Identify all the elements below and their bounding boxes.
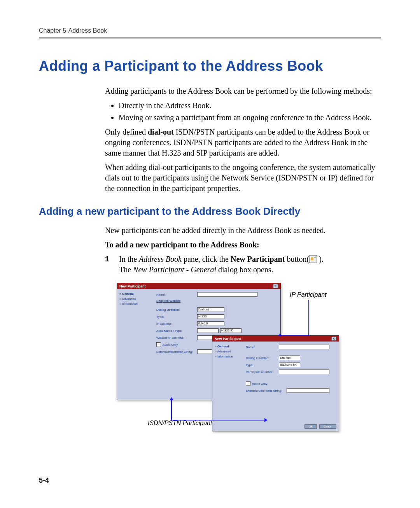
header-rule [39,37,381,39]
nav-advanced[interactable]: Advanced [119,297,152,301]
participant-number-label: Participant Number: [246,370,279,374]
bullet-2: Moving or saving a participant from an o… [119,112,381,123]
bullet-1: Directly in the Address Book. [119,100,381,111]
audio-only-checkbox[interactable] [156,342,161,347]
dialog-title: New Participant [215,337,241,341]
close-icon[interactable]: X [273,284,278,288]
page-number: 5-4 [39,476,49,485]
dialing-direction-select[interactable]: Dial out [279,356,300,360]
step-1-text: In the Address Book pane, click the New … [119,254,381,265]
section-title: Adding a Participant to the Address Book [39,58,381,74]
step-1-result: The New Participant - General dialog box… [119,265,381,275]
dialing-direction-label: Dialing Direction: [156,308,197,312]
dialog-isdn-participant: New Participant X General Advanced Infor… [212,335,339,431]
chapter-header: Chapter 5-Address Book [39,27,381,34]
subsection-title: Adding a new participant to the Address … [39,205,381,217]
dialog-nav: General Advanced Information [117,289,155,400]
nav-advanced[interactable]: Advanced [215,350,242,353]
type-label: Type: [156,315,197,319]
procedure-intro: To add a new participant to the Address … [105,240,381,250]
callout-line [280,335,309,336]
dialog-nav: General Advanced Information [212,342,244,431]
callout-isdn-participant: ISDN/PSTN Participant [148,420,212,427]
alias-label: Alias Name / Type: [156,329,197,333]
extension-label: Extension/Identifier String: [246,389,287,392]
callout-line [171,420,264,420]
ok-button[interactable]: OK [304,424,317,429]
name-label: Name: [156,293,197,296]
audio-only-label: Audio Only [163,343,178,347]
figure-new-participant-dialogs: New Participant X General Advanced Infor… [117,283,381,438]
alias-type-select[interactable]: H.323 ID [220,328,242,333]
dialing-direction-label: Dialing Direction: [246,356,279,360]
name-label: Name: [246,345,279,349]
audio-only-label: Audio Only [252,382,267,385]
audio-only-checkbox[interactable] [246,381,250,386]
paragraph-network-service: When adding dial-out participants to the… [105,162,381,194]
name-input[interactable] [197,292,257,297]
extension-input[interactable] [287,388,329,393]
arrow-right-icon [264,418,268,422]
callout-ip-participant: IP Participant [290,291,327,298]
nav-general[interactable]: General [215,345,242,348]
ip-address-label: IP Address: [156,322,197,326]
endpoint-website-link[interactable]: Endpoint Website [156,299,181,303]
dialog-title: New Participant [119,284,146,288]
type-select[interactable]: H.323 [197,314,224,319]
name-input[interactable] [279,345,329,349]
website-ip-label: Website IP Address: [156,336,197,340]
step-1: 1 In the Address Book pane, click the Ne… [105,254,381,275]
type-select[interactable]: ISDN/PSTN [279,363,300,367]
arrow-up-icon [170,397,173,400]
close-icon[interactable]: X [331,336,336,341]
paragraph-dialout: Only defined dial-out ISDN/PSTN particip… [105,127,381,158]
subsection-intro: New participants can be added directly i… [105,225,381,236]
cancel-button[interactable]: Cancel [319,424,336,429]
step-number: 1 [105,254,112,275]
new-participant-icon [309,255,317,263]
nav-information[interactable]: Information [215,355,242,358]
participant-number-input[interactable] [279,370,329,374]
callout-line [308,300,309,336]
dialog-titlebar: New Participant X [117,283,280,289]
arrow-left-icon [278,334,281,337]
callout-line [171,399,172,420]
intro-paragraph: Adding participants to the Address Book … [105,86,381,96]
nav-general[interactable]: General [119,292,152,296]
dialog-titlebar: New Participant X [212,336,339,342]
dialing-direction-select[interactable]: Dial out [197,307,224,312]
method-list: Directly in the Address Book. Moving or … [105,100,381,123]
extension-label: Extension/Identifier String: [156,350,197,354]
ip-address-input[interactable]: 0.0.0.0 [197,321,224,326]
nav-information[interactable]: Information [119,302,152,306]
type-label: Type: [246,363,279,367]
dialog-form: Name: Dialing Direction: Dial out Type: … [244,342,339,431]
alias-name-input[interactable] [197,328,219,333]
